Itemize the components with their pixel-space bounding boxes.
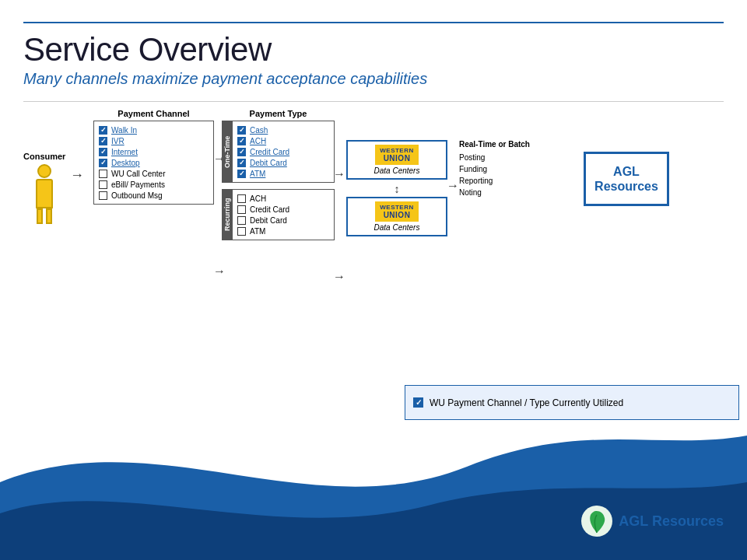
person-leg-left bbox=[37, 208, 43, 224]
recurring-to-wu-arrow: → bbox=[333, 270, 345, 284]
type-ach-r: ACH bbox=[250, 194, 266, 203]
checkbox-ach-ot bbox=[237, 137, 246, 145]
list-item: Credit Card bbox=[237, 146, 329, 157]
checkbox-walk-in bbox=[99, 126, 107, 135]
channel-wucallcenter: WU Call Center bbox=[111, 170, 165, 178]
checkbox-atm-r bbox=[237, 227, 246, 236]
list-item: Credit Card bbox=[237, 204, 329, 215]
onetime-label: One-Time bbox=[222, 121, 233, 183]
type-ach-ot: ACH bbox=[250, 137, 266, 145]
list-item: ACH bbox=[237, 135, 329, 146]
channel-list: Walk In IVR Internet Desktop WU Call Cen… bbox=[93, 121, 214, 205]
wu-western-2: WESTERN bbox=[380, 204, 414, 211]
payment-type-section: Payment Type One-Time Cash ACH Credit Ca… bbox=[222, 109, 335, 240]
list-item: ATM bbox=[237, 168, 329, 179]
consumer-label: Consumer bbox=[23, 152, 65, 161]
wu-box-2: WESTERN UNION Data Centers bbox=[346, 197, 447, 236]
agl-logo-name: AGL Resources bbox=[619, 513, 724, 530]
channel-to-recurring-arrow: → bbox=[213, 264, 226, 278]
recurring-list: ACH Credit Card Debit Card ATM bbox=[233, 189, 335, 240]
channel-walk-in: Walk In bbox=[111, 126, 137, 135]
checkbox-desktop bbox=[99, 159, 107, 167]
channel-internet: Internet bbox=[111, 148, 138, 156]
onetime-to-wu-arrow: → bbox=[333, 167, 345, 181]
consumer-to-channel-arrow: → bbox=[70, 167, 84, 184]
wu-to-info-arrow: → bbox=[447, 179, 459, 193]
checkbox-atm-ot bbox=[237, 170, 246, 178]
person-body bbox=[36, 179, 53, 208]
channel-ivr: IVR bbox=[111, 137, 124, 145]
list-item: WU Call Center bbox=[99, 168, 209, 179]
list-item: Walk In bbox=[99, 124, 209, 135]
wu-box-1: WESTERN UNION Data Centers bbox=[346, 140, 447, 180]
list-item: Debit Card bbox=[237, 215, 329, 226]
right-info-title: Real-Time or Batch bbox=[459, 140, 576, 149]
channel-desktop: Desktop bbox=[111, 159, 140, 167]
top-line bbox=[23, 22, 724, 23]
agl-logo-bottom: AGL Resources bbox=[581, 506, 724, 537]
wu-section: WESTERN UNION Data Centers ↕ WESTERN UNI… bbox=[346, 140, 447, 240]
right-info-noting: Noting bbox=[459, 187, 576, 198]
list-item: ATM bbox=[237, 226, 329, 236]
checkbox-ebill bbox=[99, 180, 107, 189]
right-info: Real-Time or Batch Posting Funding Repor… bbox=[459, 140, 576, 198]
list-item: Internet bbox=[99, 146, 209, 157]
divider-line bbox=[23, 101, 724, 102]
title-section: Service Overview Many channels maximize … bbox=[23, 31, 427, 88]
agl-logo-text-group: AGL Resources bbox=[619, 513, 724, 530]
agl-leaf-icon bbox=[581, 506, 612, 537]
checkbox-cash bbox=[237, 126, 246, 135]
list-item: ACH bbox=[237, 193, 329, 204]
wu-western-1: WESTERN bbox=[380, 147, 414, 154]
type-dc-ot: Debit Card bbox=[250, 159, 287, 167]
type-cash: Cash bbox=[250, 126, 268, 135]
checkbox-cc-ot bbox=[237, 148, 246, 156]
payment-channel-header: Payment Channel bbox=[93, 109, 214, 118]
diagram-area: Consumer → Payment Channel Walk In IVR bbox=[16, 109, 731, 381]
payment-channel-box: Payment Channel Walk In IVR Internet Des… bbox=[93, 109, 214, 205]
recurring-label: Recurring bbox=[222, 189, 233, 240]
agl-box-text: AGLResources bbox=[594, 164, 658, 194]
wu-union-1: UNION bbox=[380, 154, 414, 163]
consumer-section: Consumer bbox=[23, 152, 65, 224]
type-dc-r: Debit Card bbox=[250, 216, 287, 225]
checkbox-internet bbox=[99, 148, 107, 156]
checkbox-ach-r bbox=[237, 194, 246, 203]
wu-double-arrow: ↕ bbox=[346, 183, 447, 195]
wu-union-2: UNION bbox=[380, 211, 414, 219]
agl-resources-box: AGLResources bbox=[584, 152, 669, 206]
onetime-group: One-Time Cash ACH Credit Card Debit Car bbox=[222, 121, 335, 183]
onetime-list: Cash ACH Credit Card Debit Card ATM bbox=[233, 121, 335, 183]
person-head bbox=[37, 164, 51, 178]
payment-type-header: Payment Type bbox=[222, 109, 335, 118]
checkbox-outbound bbox=[99, 191, 107, 200]
checkbox-ivr bbox=[99, 137, 107, 145]
recurring-group: Recurring ACH Credit Card Debit Card AT bbox=[222, 189, 335, 240]
wu-label-1: Data Centers bbox=[351, 166, 443, 175]
list-item: eBill/ Payments bbox=[99, 179, 209, 190]
list-item: Cash bbox=[237, 124, 329, 135]
list-item: Outbound Msg bbox=[99, 190, 209, 201]
checkbox-dc-ot bbox=[237, 159, 246, 167]
type-cc-ot: Credit Card bbox=[250, 148, 289, 156]
wu-label-2: Data Centers bbox=[351, 223, 443, 232]
person-figure bbox=[23, 164, 65, 224]
main-title: Service Overview bbox=[23, 31, 427, 68]
type-atm-ot: ATM bbox=[250, 170, 265, 178]
checkbox-dc-r bbox=[237, 216, 246, 225]
right-info-posting: Posting bbox=[459, 152, 576, 163]
right-info-funding: Funding bbox=[459, 163, 576, 175]
checkbox-wucallcenter bbox=[99, 170, 107, 178]
wu-logo-bg-1: WESTERN UNION bbox=[375, 145, 419, 165]
channel-outbound: Outbound Msg bbox=[111, 191, 163, 200]
right-info-reporting: Reporting bbox=[459, 175, 576, 187]
person-leg-right bbox=[46, 208, 52, 224]
wu-logo-bg-2: WESTERN UNION bbox=[375, 201, 419, 222]
channel-ebill: eBill/ Payments bbox=[111, 180, 165, 189]
person-legs bbox=[37, 208, 52, 224]
checkbox-cc-r bbox=[237, 205, 246, 214]
list-item: IVR bbox=[99, 135, 209, 146]
list-item: Desktop bbox=[99, 157, 209, 168]
type-atm-r: ATM bbox=[250, 227, 265, 236]
sub-title: Many channels maximize payment acceptanc… bbox=[23, 70, 427, 88]
